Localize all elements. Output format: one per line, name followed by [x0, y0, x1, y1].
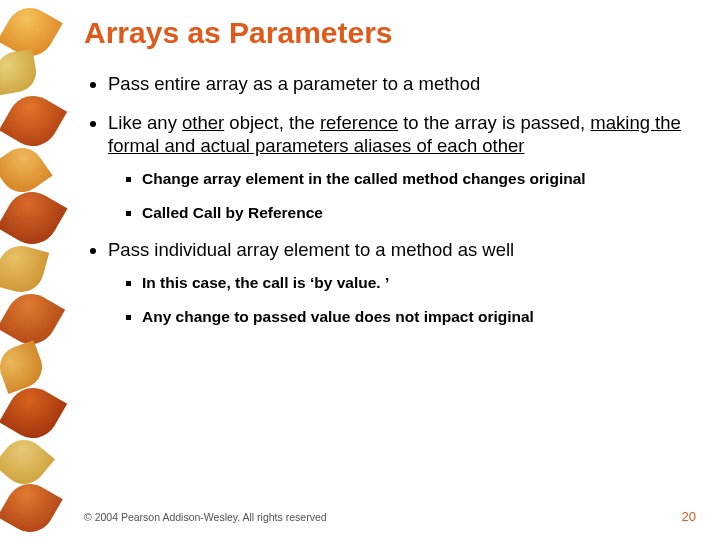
- text-fragment: object, the: [224, 112, 320, 133]
- list-item: In this case, the call is ‘by value. ’: [142, 273, 696, 292]
- list-item: Pass entire array as a parameter to a me…: [108, 72, 696, 95]
- underlined-text: other: [182, 112, 224, 133]
- list-item: Any change to passed value does not impa…: [142, 307, 696, 326]
- slide-footer: © 2004 Pearson Addison-Wesley. All right…: [84, 509, 696, 524]
- sub-bullet-list: Change array element in the called metho…: [108, 169, 696, 222]
- list-item: Like any other object, the reference to …: [108, 111, 696, 222]
- text-fragment: Pass individual array element to a metho…: [108, 239, 514, 260]
- page-number: 20: [682, 509, 696, 524]
- text-fragment: to the array is passed,: [398, 112, 590, 133]
- decorative-leaf-strip: [0, 0, 58, 540]
- sub-bullet-list: In this case, the call is ‘by value. ’ A…: [108, 273, 696, 326]
- copyright-text: © 2004 Pearson Addison-Wesley. All right…: [84, 511, 327, 523]
- bullet-list: Pass entire array as a parameter to a me…: [84, 72, 696, 326]
- list-item: Change array element in the called metho…: [142, 169, 696, 188]
- underlined-text: reference: [320, 112, 398, 133]
- list-item: Pass individual array element to a metho…: [108, 238, 696, 326]
- list-item: Called Call by Reference: [142, 203, 696, 222]
- slide-title: Arrays as Parameters: [84, 16, 696, 50]
- text-fragment: Like any: [108, 112, 182, 133]
- slide-content: Arrays as Parameters Pass entire array a…: [84, 16, 696, 500]
